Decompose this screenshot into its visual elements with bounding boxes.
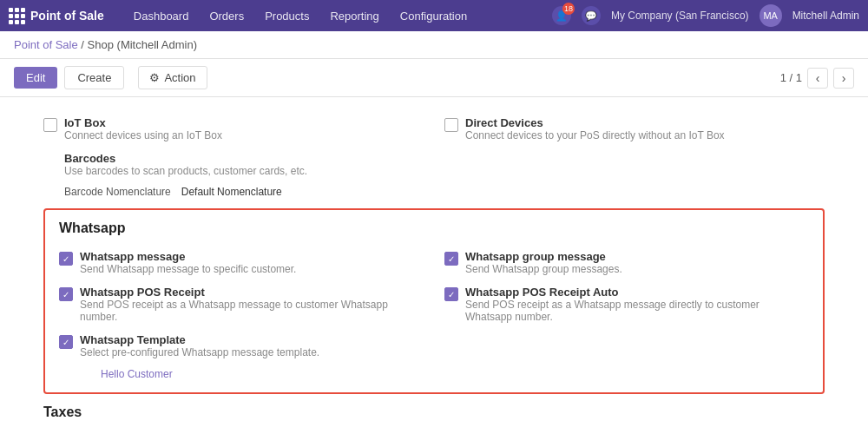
- whatsapp-template-checkbox[interactable]: [59, 335, 73, 349]
- message-badge[interactable]: 💬: [582, 6, 601, 25]
- whatsapp-group-col: Whatsapp group message Send Whatsapp gro…: [444, 250, 809, 275]
- pager-prev[interactable]: ‹: [807, 68, 828, 89]
- nav-products[interactable]: Products: [256, 6, 318, 26]
- whatsapp-message-desc: Send Whatsapp message to specific custom…: [80, 263, 296, 275]
- whatsapp-receipt-col: Whatsapp POS Receipt Send POS receipt as…: [59, 286, 444, 323]
- company-name: My Company (San Francisco): [611, 10, 749, 22]
- main-content: IoT Box Connect devices using an IoT Box…: [0, 97, 868, 434]
- connectivity-row: IoT Box Connect devices using an IoT Box…: [43, 111, 825, 147]
- whatsapp-row-3: Whatsapp Template Select pre-configured …: [59, 328, 809, 364]
- iot-box-desc: Connect devices using an IoT Box: [64, 129, 222, 141]
- app-title: Point of Sale: [30, 9, 104, 23]
- barcodes-row: Barcodes Use barcodes to scan products, …: [43, 147, 825, 182]
- whatsapp-message-label: Whatsapp message: [80, 250, 296, 263]
- direct-devices-label: Direct Devices: [465, 116, 725, 129]
- gear-icon: ⚙: [149, 71, 160, 84]
- whatsapp-message-checkbox[interactable]: [59, 252, 73, 266]
- direct-devices-checkbox[interactable]: [444, 118, 458, 132]
- iot-box-checkbox[interactable]: [43, 118, 57, 132]
- barcodes-desc: Use barcodes to scan products, customer …: [64, 165, 307, 177]
- taxes-section: Taxes Fiscal Position per Order Choose a…: [43, 404, 825, 434]
- whatsapp-receipt-auto-checkbox[interactable]: [444, 287, 458, 301]
- nav-dashboard[interactable]: Dashboard: [125, 6, 198, 26]
- whatsapp-receipt-label: Whatsapp POS Receipt: [80, 286, 424, 299]
- create-button[interactable]: Create: [64, 66, 124, 89]
- badge-count: 18: [562, 3, 575, 15]
- nav-orders[interactable]: Orders: [201, 6, 253, 26]
- barcodes-col: Barcodes Use barcodes to scan products, …: [43, 152, 825, 177]
- whatsapp-receipt-checkbox[interactable]: [59, 287, 73, 301]
- breadcrumb: Point of Sale / Shop (Mitchell Admin): [0, 31, 868, 59]
- avatar: MA: [760, 4, 782, 27]
- notification-badge[interactable]: 👤 18: [552, 6, 571, 25]
- whatsapp-title: Whatsapp: [59, 220, 809, 236]
- taxes-title: Taxes: [43, 404, 825, 420]
- whatsapp-message-col: Whatsapp message Send Whatsapp message t…: [59, 250, 444, 275]
- whatsapp-template-desc: Select pre-configured Whatsapp message t…: [80, 346, 319, 358]
- hello-customer-link[interactable]: Hello Customer: [101, 368, 173, 380]
- whatsapp-group-desc: Send Whatsapp group messages.: [465, 263, 622, 275]
- whatsapp-template-col: Whatsapp Template Select pre-configured …: [59, 333, 809, 358]
- action-bar: Edit Create ⚙ Action 1 / 1 ‹ ›: [0, 59, 868, 97]
- top-navigation: Point of Sale Dashboard Orders Products …: [0, 0, 868, 31]
- whatsapp-row-2: Whatsapp POS Receipt Send POS receipt as…: [59, 280, 809, 328]
- whatsapp-receipt-desc: Send POS receipt as a Whatsapp message t…: [80, 299, 424, 323]
- pager-next[interactable]: ›: [833, 68, 854, 89]
- whatsapp-section: Whatsapp Whatsapp message Send Whatsapp …: [43, 208, 825, 394]
- breadcrumb-parent[interactable]: Point of Sale: [14, 38, 78, 51]
- barcode-nomenclature-label: Barcode Nomenclature: [64, 186, 171, 198]
- iot-box-label: IoT Box: [64, 116, 222, 129]
- whatsapp-receipt-auto-desc: Send POS receipt as a Whatsapp message d…: [465, 299, 809, 323]
- whatsapp-row-1: Whatsapp message Send Whatsapp message t…: [59, 245, 809, 280]
- action-label: Action: [164, 71, 195, 84]
- whatsapp-receipt-auto-col: Whatsapp POS Receipt Auto Send POS recei…: [444, 286, 809, 323]
- nav-configuration[interactable]: Configuration: [391, 6, 476, 26]
- user-name: Mitchell Admin: [792, 10, 859, 22]
- whatsapp-template-label: Whatsapp Template: [80, 333, 319, 346]
- action-button[interactable]: ⚙ Action: [138, 66, 207, 89]
- iot-box-col: IoT Box Connect devices using an IoT Box: [43, 116, 444, 141]
- breadcrumb-separator: /: [81, 38, 87, 51]
- barcode-nomenclature-value: Default Nomenclature: [181, 186, 282, 198]
- barcodes-label: Barcodes: [64, 152, 307, 165]
- barcode-nomenclature-row: Barcode Nomenclature Default Nomenclatur…: [43, 182, 825, 201]
- edit-button[interactable]: Edit: [14, 67, 57, 89]
- breadcrumb-current: Shop (Mitchell Admin): [88, 38, 197, 51]
- pager: 1 / 1 ‹ ›: [780, 68, 854, 89]
- direct-devices-col: Direct Devices Connect devices to your P…: [444, 116, 825, 141]
- direct-devices-desc: Connect devices to your PoS directly wit…: [465, 129, 725, 141]
- pager-text: 1 / 1: [780, 71, 802, 84]
- nav-reporting[interactable]: Reporting: [321, 6, 387, 26]
- grid-icon: [9, 8, 25, 24]
- whatsapp-group-label: Whatsapp group message: [465, 250, 622, 263]
- whatsapp-group-checkbox[interactable]: [444, 252, 458, 266]
- nav-items: Dashboard Orders Products Reporting Conf…: [125, 6, 476, 26]
- taxes-row-1: Fiscal Position per Order Choose among f…: [43, 429, 825, 434]
- topbar-right: 👤 18 💬 My Company (San Francisco) MA Mit…: [552, 4, 859, 27]
- app-logo[interactable]: Point of Sale: [9, 8, 104, 24]
- whatsapp-receipt-auto-label: Whatsapp POS Receipt Auto: [465, 286, 809, 299]
